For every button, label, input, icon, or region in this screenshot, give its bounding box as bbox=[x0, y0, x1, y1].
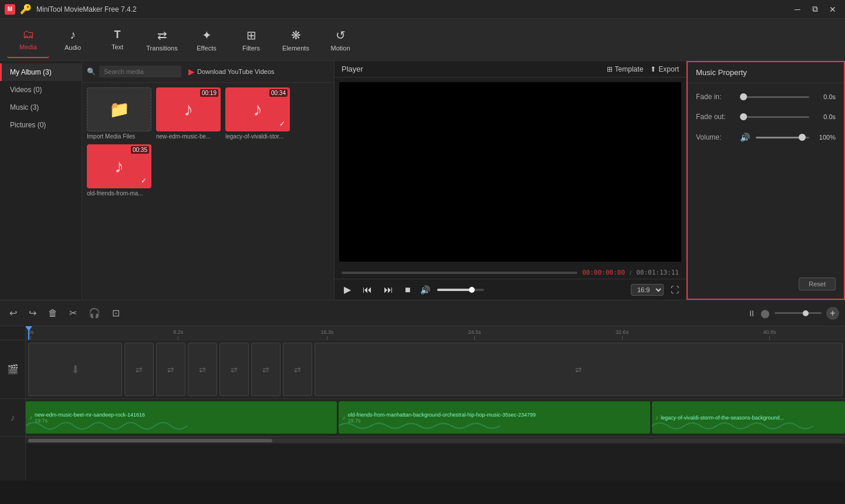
youtube-download-button[interactable]: ▶ Download YouTube Videos bbox=[185, 65, 278, 79]
timeline-right-controls: ⏸ ⬤ + bbox=[748, 307, 839, 320]
video-segment-2[interactable]: ⇄ bbox=[156, 343, 185, 396]
redo-button[interactable]: ↪ bbox=[25, 305, 40, 321]
toolbar-motion[interactable]: ↺ Motion bbox=[319, 22, 361, 58]
export-button[interactable]: ⬆ Export bbox=[650, 65, 679, 73]
window-controls: ─ ⧉ ✕ bbox=[790, 4, 840, 15]
sidebar-item-my-album[interactable]: My Album (3) bbox=[0, 63, 82, 81]
fade-out-label: Fade out: bbox=[696, 113, 734, 121]
next-frame-button[interactable]: ⏭ bbox=[381, 283, 396, 296]
media-toolbar: 🔍 ▶ Download YouTube Videos bbox=[82, 61, 334, 83]
video-segment-first[interactable]: ⬇ bbox=[28, 343, 122, 396]
toolbar-filters[interactable]: ⊞ Filters bbox=[230, 22, 272, 58]
scrollbar-thumb[interactable] bbox=[28, 439, 272, 442]
volume-mute-icon: 🔊 bbox=[740, 133, 750, 142]
audio-detach-button[interactable]: 🎧 bbox=[85, 305, 104, 321]
list-item[interactable]: ♪ 00:35 ✓ old-friends-from-ma... bbox=[87, 144, 151, 197]
audio-segment-1[interactable]: ♪ new-edm-music-beet-mr-sandeep-rock-141… bbox=[26, 401, 337, 434]
sidebar-item-videos[interactable]: Videos (0) bbox=[0, 81, 82, 99]
audio-segment-3[interactable]: ♪ legacy-of-vivaldi-storm-of-the-seasons… bbox=[652, 401, 845, 434]
toolbar-audio[interactable]: ♪ Audio bbox=[52, 22, 94, 58]
fade-out-slider[interactable] bbox=[740, 116, 809, 118]
close-button[interactable]: ✕ bbox=[825, 4, 840, 15]
timeline-content: 0s 8.2s 16.3s 24.5s 32.6s bbox=[26, 326, 845, 481]
video-segment-3[interactable]: ⇄ bbox=[188, 343, 217, 396]
scrollbar-track[interactable] bbox=[28, 439, 843, 442]
toolbar-media[interactable]: 🗂 Media bbox=[7, 22, 49, 58]
fullscreen-button[interactable]: ⛶ bbox=[671, 285, 679, 295]
toolbar-media-label: Media bbox=[19, 43, 37, 50]
media-grid: 📁 Import Media Files ♪ 00:19 new-edm-mus… bbox=[82, 83, 334, 201]
list-item[interactable]: 📁 Import Media Files bbox=[87, 87, 151, 140]
play-button[interactable]: ▶ bbox=[342, 283, 353, 296]
volume-thumb[interactable] bbox=[469, 287, 475, 293]
export-icon: ⬆ bbox=[650, 65, 656, 73]
volume-label: Volume: bbox=[696, 133, 734, 141]
video-segment-4[interactable]: ⇄ bbox=[219, 343, 249, 396]
player-area: Player ⊞ Template ⬆ Export 00:00:00:00 /… bbox=[334, 61, 687, 300]
toolbar-effects[interactable]: ✦ Effects bbox=[185, 22, 228, 58]
fade-out-thumb[interactable] bbox=[740, 113, 747, 120]
legacy-thumb: ♪ 00:34 ✓ bbox=[225, 87, 290, 131]
titlebar: M 🔑 MiniTool MovieMaker Free 7.4.2 ─ ⧉ ✕ bbox=[0, 0, 845, 19]
undo-button[interactable]: ↩ bbox=[6, 305, 21, 321]
stop-button[interactable]: ■ bbox=[403, 283, 413, 296]
video-track-icon[interactable]: 🎬 bbox=[7, 364, 19, 375]
template-label: Template bbox=[615, 65, 644, 73]
maximize-button[interactable]: ⧉ bbox=[807, 4, 823, 15]
toolbar-text[interactable]: T Text bbox=[96, 22, 138, 58]
video-segment-arrow-1[interactable]: ⇄ bbox=[124, 343, 154, 396]
aspect-ratio-select[interactable]: 16:9 bbox=[631, 284, 664, 296]
old-friends-label: old-friends-from-ma... bbox=[87, 190, 151, 197]
toolbar: 🗂 Media ♪ Audio T Text ⇄ Transitions ✦ E… bbox=[0, 19, 845, 61]
volume-bar[interactable] bbox=[437, 289, 484, 291]
crop-button[interactable]: ⊡ bbox=[109, 305, 123, 321]
old-friends-check: ✓ bbox=[138, 175, 149, 186]
search-icon: 🔍 bbox=[87, 67, 96, 76]
template-icon: ⊞ bbox=[607, 65, 613, 73]
video-segment-6[interactable]: ⇄ bbox=[283, 343, 312, 396]
playhead[interactable] bbox=[28, 326, 29, 340]
time-total: 00:01:13:11 bbox=[636, 269, 679, 276]
volume-thumb[interactable] bbox=[799, 134, 806, 141]
zoom-thumb[interactable] bbox=[803, 310, 809, 316]
video-segment-5[interactable]: ⇄ bbox=[251, 343, 280, 396]
audio-track-header: ♪ bbox=[0, 399, 25, 437]
text-icon: T bbox=[114, 29, 121, 41]
fade-out-value: 0.0s bbox=[815, 113, 836, 120]
cut-button[interactable]: ✂ bbox=[66, 305, 80, 321]
download-icon: ⬇ bbox=[71, 363, 80, 376]
volume-fill bbox=[437, 289, 470, 291]
volume-icon: 🔊 bbox=[420, 285, 430, 295]
ruler-mark-32s: 32.6s bbox=[616, 329, 628, 340]
add-track-button[interactable]: + bbox=[826, 307, 839, 320]
search-input[interactable] bbox=[99, 66, 181, 77]
music-note-icon: ♪ bbox=[253, 99, 262, 120]
video-segment-last[interactable]: ⇄ bbox=[315, 343, 843, 396]
fade-in-thumb[interactable] bbox=[740, 93, 747, 100]
toolbar-transitions[interactable]: ⇄ Transitions bbox=[141, 22, 183, 58]
audio-segment-2[interactable]: ♪ old-friends-from-manhattan-background-… bbox=[339, 401, 650, 434]
sidebar-item-pictures[interactable]: Pictures (0) bbox=[0, 116, 82, 134]
transitions-icon: ⇄ bbox=[157, 28, 167, 42]
old-friends-thumb: ♪ 00:35 ✓ bbox=[87, 144, 151, 188]
zoom-slider[interactable] bbox=[775, 312, 822, 314]
new-edm-label: new-edm-music-be... bbox=[156, 133, 221, 140]
sidebar-item-music[interactable]: Music (3) bbox=[0, 99, 82, 116]
list-item[interactable]: ♪ 00:34 ✓ legacy-of-vivaldi-stor... bbox=[225, 87, 290, 140]
fade-in-slider[interactable] bbox=[740, 96, 809, 98]
toolbar-motion-label: Motion bbox=[330, 45, 350, 52]
minimize-button[interactable]: ─ bbox=[790, 4, 805, 15]
progress-bar[interactable] bbox=[342, 272, 577, 274]
audio-track-inner: ♪ new-edm-music-beet-mr-sandeep-rock-141… bbox=[26, 401, 845, 434]
volume-slider[interactable] bbox=[756, 137, 809, 138]
legacy-duration: 00:34 bbox=[269, 89, 288, 97]
toolbar-elements[interactable]: ❋ Elements bbox=[275, 22, 317, 58]
audio-track-icon[interactable]: ♪ bbox=[11, 412, 15, 423]
delete-button[interactable]: 🗑 bbox=[45, 306, 61, 321]
prev-frame-button[interactable]: ⏮ bbox=[360, 283, 374, 296]
list-item[interactable]: ♪ 00:19 new-edm-music-be... bbox=[156, 87, 221, 140]
volume-row: Volume: 🔊 100% bbox=[696, 133, 836, 142]
effects-icon: ✦ bbox=[202, 28, 212, 42]
reset-button[interactable]: Reset bbox=[799, 278, 836, 290]
template-button[interactable]: ⊞ Template bbox=[607, 65, 644, 73]
